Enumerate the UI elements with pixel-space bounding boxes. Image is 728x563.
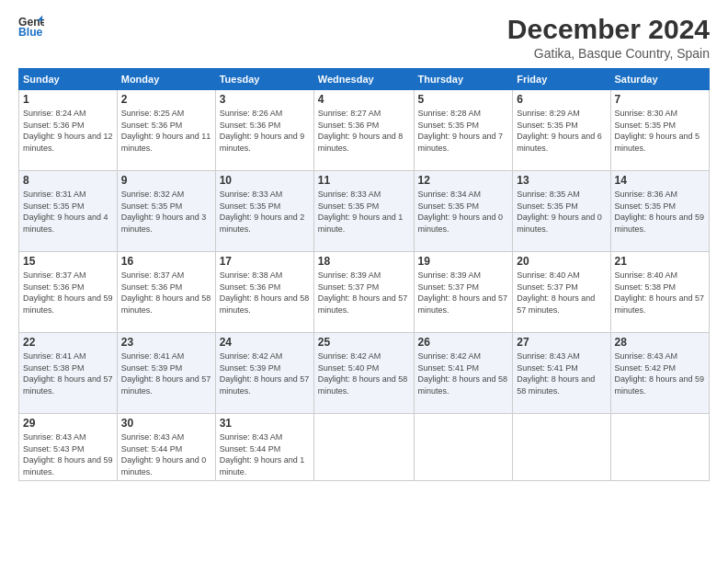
weekday-header-row: SundayMondayTuesdayWednesdayThursdayFrid… bbox=[19, 69, 710, 90]
day-number: 16 bbox=[121, 255, 211, 268]
month-title: December 2024 bbox=[507, 14, 710, 44]
calendar-cell: 25Sunrise: 8:42 AMSunset: 5:40 PMDayligh… bbox=[313, 333, 414, 414]
calendar-cell: 16Sunrise: 8:37 AMSunset: 5:36 PMDayligh… bbox=[117, 252, 215, 333]
day-info: Sunrise: 8:40 AMSunset: 5:38 PMDaylight:… bbox=[615, 270, 705, 316]
day-info: Sunrise: 8:30 AMSunset: 5:35 PMDaylight:… bbox=[615, 108, 705, 154]
day-info: Sunrise: 8:43 AMSunset: 5:43 PMDaylight:… bbox=[23, 431, 113, 477]
day-info: Sunrise: 8:36 AMSunset: 5:35 PMDaylight:… bbox=[615, 189, 705, 235]
day-number: 2 bbox=[121, 93, 211, 106]
day-number: 31 bbox=[220, 417, 310, 430]
day-info: Sunrise: 8:42 AMSunset: 5:41 PMDaylight:… bbox=[418, 350, 509, 396]
day-info: Sunrise: 8:25 AMSunset: 5:36 PMDaylight:… bbox=[121, 108, 211, 154]
day-info: Sunrise: 8:35 AMSunset: 5:35 PMDaylight:… bbox=[517, 189, 606, 235]
day-number: 26 bbox=[418, 336, 509, 349]
calendar-cell: 11Sunrise: 8:33 AMSunset: 5:35 PMDayligh… bbox=[313, 171, 414, 252]
calendar-cell: 13Sunrise: 8:35 AMSunset: 5:35 PMDayligh… bbox=[513, 171, 610, 252]
calendar-cell: 31Sunrise: 8:43 AMSunset: 5:44 PMDayligh… bbox=[215, 414, 313, 481]
day-number: 23 bbox=[121, 336, 211, 349]
svg-text:Blue: Blue bbox=[18, 26, 43, 39]
day-number: 24 bbox=[220, 336, 310, 349]
calendar-cell: 15Sunrise: 8:37 AMSunset: 5:36 PMDayligh… bbox=[19, 252, 118, 333]
day-info: Sunrise: 8:39 AMSunset: 5:37 PMDaylight:… bbox=[318, 270, 410, 316]
day-info: Sunrise: 8:42 AMSunset: 5:39 PMDaylight:… bbox=[220, 350, 310, 396]
calendar-cell: 7Sunrise: 8:30 AMSunset: 5:35 PMDaylight… bbox=[610, 90, 709, 171]
day-info: Sunrise: 8:41 AMSunset: 5:39 PMDaylight:… bbox=[121, 350, 211, 396]
day-info: Sunrise: 8:33 AMSunset: 5:35 PMDaylight:… bbox=[318, 189, 410, 235]
calendar-cell: 17Sunrise: 8:38 AMSunset: 5:36 PMDayligh… bbox=[215, 252, 313, 333]
page: General Blue General Blue December 2024 … bbox=[0, 0, 728, 563]
calendar-cell: 22Sunrise: 8:41 AMSunset: 5:38 PMDayligh… bbox=[19, 333, 118, 414]
logo: General Blue General Blue bbox=[18, 14, 44, 40]
calendar-cell: 2Sunrise: 8:25 AMSunset: 5:36 PMDaylight… bbox=[117, 90, 215, 171]
week-row-2: 8Sunrise: 8:31 AMSunset: 5:35 PMDaylight… bbox=[19, 171, 710, 252]
day-number: 6 bbox=[517, 93, 606, 106]
week-row-3: 15Sunrise: 8:37 AMSunset: 5:36 PMDayligh… bbox=[19, 252, 710, 333]
day-info: Sunrise: 8:31 AMSunset: 5:35 PMDaylight:… bbox=[23, 189, 113, 235]
day-info: Sunrise: 8:43 AMSunset: 5:44 PMDaylight:… bbox=[220, 431, 310, 477]
day-info: Sunrise: 8:43 AMSunset: 5:44 PMDaylight:… bbox=[121, 431, 211, 477]
calendar-cell: 5Sunrise: 8:28 AMSunset: 5:35 PMDaylight… bbox=[414, 90, 513, 171]
day-info: Sunrise: 8:43 AMSunset: 5:41 PMDaylight:… bbox=[517, 350, 606, 396]
day-number: 5 bbox=[418, 93, 509, 106]
calendar-cell: 24Sunrise: 8:42 AMSunset: 5:39 PMDayligh… bbox=[215, 333, 313, 414]
day-number: 13 bbox=[517, 174, 606, 187]
calendar-cell bbox=[610, 414, 709, 481]
calendar-cell: 12Sunrise: 8:34 AMSunset: 5:35 PMDayligh… bbox=[414, 171, 513, 252]
calendar-cell: 9Sunrise: 8:32 AMSunset: 5:35 PMDaylight… bbox=[117, 171, 215, 252]
day-number: 19 bbox=[418, 255, 509, 268]
day-info: Sunrise: 8:33 AMSunset: 5:35 PMDaylight:… bbox=[220, 189, 310, 235]
day-info: Sunrise: 8:34 AMSunset: 5:35 PMDaylight:… bbox=[418, 189, 509, 235]
day-info: Sunrise: 8:40 AMSunset: 5:37 PMDaylight:… bbox=[517, 270, 606, 316]
day-info: Sunrise: 8:38 AMSunset: 5:36 PMDaylight:… bbox=[220, 270, 310, 316]
week-row-4: 22Sunrise: 8:41 AMSunset: 5:38 PMDayligh… bbox=[19, 333, 710, 414]
day-number: 18 bbox=[318, 255, 410, 268]
week-row-5: 29Sunrise: 8:43 AMSunset: 5:43 PMDayligh… bbox=[19, 414, 710, 481]
day-number: 28 bbox=[615, 336, 705, 349]
calendar-cell: 29Sunrise: 8:43 AMSunset: 5:43 PMDayligh… bbox=[19, 414, 118, 481]
calendar-cell: 10Sunrise: 8:33 AMSunset: 5:35 PMDayligh… bbox=[215, 171, 313, 252]
day-info: Sunrise: 8:28 AMSunset: 5:35 PMDaylight:… bbox=[418, 108, 509, 154]
day-number: 20 bbox=[517, 255, 606, 268]
day-number: 22 bbox=[23, 336, 113, 349]
weekday-sunday: Sunday bbox=[19, 69, 118, 90]
day-number: 25 bbox=[318, 336, 410, 349]
calendar-cell: 27Sunrise: 8:43 AMSunset: 5:41 PMDayligh… bbox=[513, 333, 610, 414]
calendar-cell: 6Sunrise: 8:29 AMSunset: 5:35 PMDaylight… bbox=[513, 90, 610, 171]
day-number: 21 bbox=[615, 255, 705, 268]
week-row-1: 1Sunrise: 8:24 AMSunset: 5:36 PMDaylight… bbox=[19, 90, 710, 171]
day-number: 15 bbox=[23, 255, 113, 268]
day-info: Sunrise: 8:39 AMSunset: 5:37 PMDaylight:… bbox=[418, 270, 509, 316]
day-info: Sunrise: 8:27 AMSunset: 5:36 PMDaylight:… bbox=[318, 108, 410, 154]
calendar-cell: 28Sunrise: 8:43 AMSunset: 5:42 PMDayligh… bbox=[610, 333, 709, 414]
calendar-cell: 14Sunrise: 8:36 AMSunset: 5:35 PMDayligh… bbox=[610, 171, 709, 252]
weekday-wednesday: Wednesday bbox=[313, 69, 414, 90]
day-number: 11 bbox=[318, 174, 410, 187]
weekday-monday: Monday bbox=[117, 69, 215, 90]
day-info: Sunrise: 8:37 AMSunset: 5:36 PMDaylight:… bbox=[121, 270, 211, 316]
day-number: 8 bbox=[23, 174, 113, 187]
title-area: December 2024 Gatika, Basque Country, Sp… bbox=[507, 14, 710, 61]
calendar-cell bbox=[414, 414, 513, 481]
calendar-cell: 18Sunrise: 8:39 AMSunset: 5:37 PMDayligh… bbox=[313, 252, 414, 333]
calendar-cell: 19Sunrise: 8:39 AMSunset: 5:37 PMDayligh… bbox=[414, 252, 513, 333]
day-number: 14 bbox=[615, 174, 705, 187]
header: General Blue General Blue December 2024 … bbox=[18, 14, 710, 61]
day-number: 12 bbox=[418, 174, 509, 187]
calendar-cell: 30Sunrise: 8:43 AMSunset: 5:44 PMDayligh… bbox=[117, 414, 215, 481]
day-number: 17 bbox=[220, 255, 310, 268]
day-info: Sunrise: 8:41 AMSunset: 5:38 PMDaylight:… bbox=[23, 350, 113, 396]
weekday-friday: Friday bbox=[513, 69, 610, 90]
weekday-tuesday: Tuesday bbox=[215, 69, 313, 90]
day-info: Sunrise: 8:43 AMSunset: 5:42 PMDaylight:… bbox=[615, 350, 705, 396]
weekday-saturday: Saturday bbox=[610, 69, 709, 90]
day-number: 27 bbox=[517, 336, 606, 349]
day-info: Sunrise: 8:29 AMSunset: 5:35 PMDaylight:… bbox=[517, 108, 606, 154]
day-number: 30 bbox=[121, 417, 211, 430]
day-info: Sunrise: 8:26 AMSunset: 5:36 PMDaylight:… bbox=[220, 108, 310, 154]
day-info: Sunrise: 8:42 AMSunset: 5:40 PMDaylight:… bbox=[318, 350, 410, 396]
logo-icon: General Blue bbox=[18, 14, 44, 40]
calendar-cell bbox=[513, 414, 610, 481]
calendar-cell: 23Sunrise: 8:41 AMSunset: 5:39 PMDayligh… bbox=[117, 333, 215, 414]
calendar-cell: 20Sunrise: 8:40 AMSunset: 5:37 PMDayligh… bbox=[513, 252, 610, 333]
day-number: 3 bbox=[220, 93, 310, 106]
